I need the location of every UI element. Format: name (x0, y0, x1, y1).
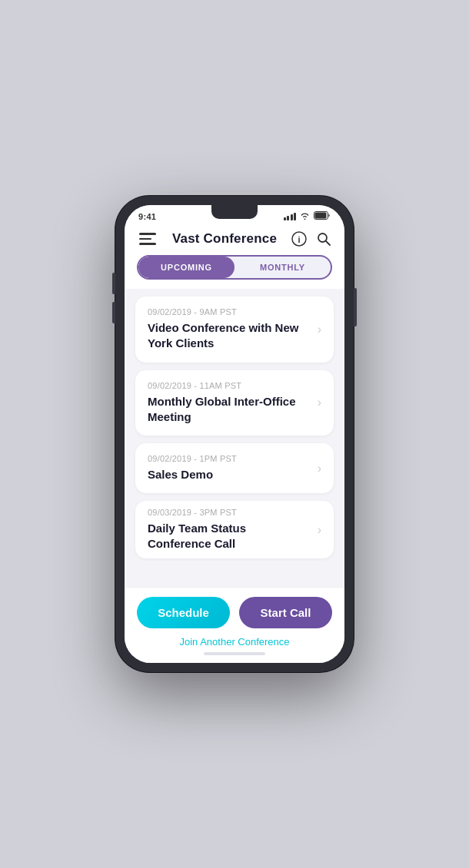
side-buttons-left (112, 273, 115, 323)
header-actions: i (291, 230, 332, 247)
status-bar: 9:41 (125, 205, 344, 224)
battery-icon (314, 211, 331, 221)
card-title-2: Sales Demo (148, 467, 311, 482)
conference-card-1[interactable]: 09/02/2019 - 11AM PST Monthly Global Int… (135, 370, 334, 436)
search-button[interactable] (315, 230, 332, 247)
svg-point-4 (318, 234, 327, 242)
card-datetime-2: 09/02/2019 - 1PM PST (148, 454, 311, 463)
side-button-right (354, 288, 357, 326)
card-datetime-0: 09/02/2019 - 9AM PST (148, 307, 311, 316)
status-time: 9:41 (138, 212, 156, 221)
info-button[interactable]: i (291, 230, 308, 247)
notch (211, 205, 258, 219)
card-content-2: 09/02/2019 - 1PM PST Sales Demo (148, 454, 311, 482)
card-content-1: 09/02/2019 - 11AM PST Monthly Global Int… (148, 381, 311, 426)
chevron-icon-0: › (318, 323, 321, 336)
menu-button[interactable] (137, 233, 158, 245)
wifi-icon (300, 212, 310, 221)
tab-toggle: UPCOMING MONTHLY (137, 255, 332, 280)
signal-icon (284, 213, 297, 220)
card-title-0: Video Conference with New York Clients (148, 320, 311, 352)
bottom-bar: Schedule Start Call Join Another Confere… (125, 587, 344, 663)
action-buttons: Schedule Start Call (137, 597, 332, 628)
conference-card-2[interactable]: 09/02/2019 - 1PM PST Sales Demo › (135, 443, 334, 493)
join-conference-link[interactable]: Join Another Conference (137, 636, 332, 648)
conference-card-3[interactable]: 09/03/2019 - 3PM PST Daily Team Status C… (135, 501, 334, 558)
card-content-3: 09/03/2019 - 3PM PST Daily Team Status C… (148, 508, 311, 552)
app-title: Vast Conference (172, 231, 277, 247)
svg-rect-1 (315, 213, 327, 219)
card-datetime-3: 09/03/2019 - 3PM PST (148, 508, 311, 517)
svg-text:i: i (298, 235, 300, 244)
conference-list: 09/02/2019 - 9AM PST Video Conference wi… (125, 289, 344, 587)
start-call-button[interactable]: Start Call (239, 597, 332, 628)
tab-bar: UPCOMING MONTHLY (125, 255, 344, 289)
tab-monthly[interactable]: MONTHLY (234, 257, 331, 278)
chevron-icon-2: › (318, 462, 321, 475)
svg-line-5 (326, 241, 330, 245)
hamburger-icon (139, 233, 156, 245)
app-header: Vast Conference i (125, 224, 344, 255)
chevron-icon-1: › (318, 396, 321, 409)
home-indicator (204, 652, 265, 655)
status-indicators (284, 211, 331, 221)
card-content-0: 09/02/2019 - 9AM PST Video Conference wi… (148, 307, 311, 352)
phone-screen: 9:41 (125, 205, 344, 663)
chevron-icon-3: › (318, 523, 321, 537)
phone-frame: 9:41 (115, 196, 354, 672)
card-title-3: Daily Team Status Conference Call (148, 521, 311, 552)
card-datetime-1: 09/02/2019 - 11AM PST (148, 381, 311, 390)
card-title-1: Monthly Global Inter-Office Meeting (148, 394, 311, 426)
schedule-button[interactable]: Schedule (137, 597, 230, 628)
conference-card-0[interactable]: 09/02/2019 - 9AM PST Video Conference wi… (135, 297, 334, 363)
tab-upcoming[interactable]: UPCOMING (138, 257, 234, 278)
